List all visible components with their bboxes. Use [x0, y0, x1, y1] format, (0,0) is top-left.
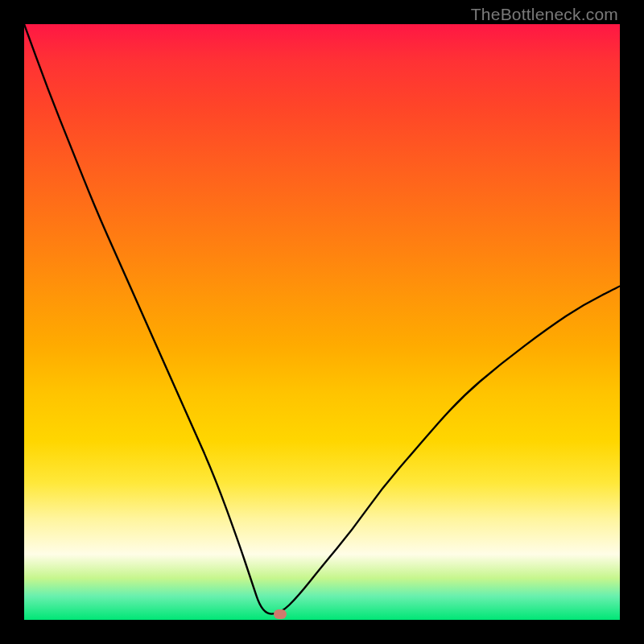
watermark-text: TheBottleneck.com: [471, 5, 618, 24]
optimum-marker: [274, 609, 287, 619]
bottleneck-curve: [24, 24, 620, 620]
plot-area: [24, 24, 620, 620]
chart-frame: TheBottleneck.com: [0, 0, 644, 644]
